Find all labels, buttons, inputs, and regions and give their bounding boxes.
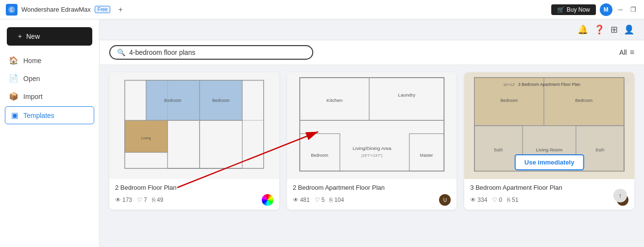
copy-icon-3: ⎘	[507, 197, 510, 203]
copies-stat-2: ⎘ 104	[329, 197, 344, 203]
app-name: Wondershare EdrawMax	[21, 6, 91, 13]
sidebar-item-home[interactable]: 🏠 Home	[0, 51, 99, 69]
user-settings-icon[interactable]: 👤	[624, 24, 634, 35]
likes-stat-2: ♡ 5	[315, 197, 325, 203]
heart-stat-icon: ♡	[137, 197, 142, 203]
svg-text:Bedroom: Bedroom	[164, 98, 182, 103]
sidebar-templates-label: Templates	[23, 112, 54, 119]
main-layout: ＋ New 🏠 Home 📄 Open 📦 Import ▣ Templates…	[0, 19, 644, 247]
likes-count: 7	[144, 197, 147, 203]
buy-now-button[interactable]: 🛒 Buy Now	[551, 4, 596, 15]
eye-icon: 👁	[115, 197, 121, 203]
svg-text:Bath: Bath	[596, 148, 605, 152]
card-1-image: Bedroom Bedroom Living	[109, 72, 279, 179]
user-avatar[interactable]: M	[600, 3, 612, 16]
sidebar-item-open[interactable]: 📄 Open	[0, 69, 99, 87]
search-input[interactable]	[129, 49, 305, 56]
wishlist-heart-icon[interactable]: ♡	[623, 77, 629, 86]
svg-text:Laundry: Laundry	[398, 92, 415, 98]
home-icon: 🏠	[9, 56, 18, 65]
open-icon: 📄	[9, 74, 18, 83]
card-2-stats: 👁 481 ♡ 5 ⎘ 104	[293, 194, 451, 206]
card-1-title: 2 Bedroom Floor Plan	[115, 184, 273, 191]
card-2-avatar: U	[439, 194, 451, 206]
svg-text:Bedroom: Bedroom	[311, 153, 328, 158]
title-bar-right: 🛒 Buy Now M ─ ❐	[551, 3, 638, 16]
copies-count-3: 51	[512, 197, 518, 203]
copies-count: 49	[157, 197, 163, 203]
restore-button[interactable]: ❐	[628, 6, 638, 13]
likes-count-2: 5	[322, 197, 325, 203]
card-3-image: Bedroom Bedroom Living Room Bath Bath 10…	[464, 72, 634, 179]
card-1-body: 2 Bedroom Floor Plan 👁 173 ♡ 7	[109, 179, 279, 210]
color-dot	[262, 194, 273, 206]
views-count-2: 481	[300, 197, 310, 203]
use-immediately-button[interactable]: Use immediately	[515, 154, 584, 170]
filter-icon[interactable]: ≡	[630, 48, 634, 57]
card-1[interactable]: Bedroom Bedroom Living 2 Bedroom Floor P…	[109, 72, 279, 210]
avatar-2: U	[439, 194, 451, 206]
top-bar: 🔔 ❓ ⊞ 👤	[100, 19, 644, 40]
free-badge: Free	[95, 6, 111, 13]
new-button[interactable]: ＋ New	[7, 27, 92, 46]
likes-stat: ♡ 7	[137, 197, 147, 203]
svg-text:E: E	[10, 7, 14, 13]
svg-text:Living: Living	[141, 136, 151, 140]
cards-grid: Bedroom Bedroom Living 2 Bedroom Floor P…	[109, 72, 634, 210]
likes-stat-3: ♡ 0	[492, 197, 502, 203]
likes-count-3: 0	[499, 197, 502, 203]
sidebar-home-label: Home	[23, 57, 41, 65]
svg-text:Bedroom: Bedroom	[576, 98, 593, 103]
svg-rect-7	[200, 120, 242, 168]
content-area: 🔔 ❓ ⊞ 👤 🔍 All ≡	[100, 19, 644, 247]
help-icon[interactable]: ❓	[594, 24, 605, 35]
minimize-button[interactable]: ─	[616, 6, 625, 13]
card-3[interactable]: Bedroom Bedroom Living Room Bath Bath 10…	[464, 72, 634, 210]
card-2-body: 2 Bedroom Apartment Floor Plan 👁 481 ♡ 5	[287, 179, 457, 210]
svg-text:10'×12': 10'×12'	[503, 82, 515, 87]
svg-text:Living/Dining Area: Living/Dining Area	[353, 146, 391, 151]
eye-icon-3: 👁	[470, 197, 476, 203]
cart-icon: 🛒	[557, 6, 564, 13]
svg-text:Bedroom: Bedroom	[212, 98, 230, 103]
templates-icon: ▣	[11, 111, 18, 120]
card-1-stats: 👁 173 ♡ 7 ⎘ 49	[115, 194, 273, 206]
search-bar: 🔍 All ≡	[100, 40, 644, 65]
svg-text:Living Room: Living Room	[536, 147, 563, 152]
add-tab-button[interactable]: +	[118, 5, 122, 14]
svg-text:Bath: Bath	[494, 148, 503, 152]
grid-icon[interactable]: ⊞	[610, 24, 618, 35]
views-stat-3: 👁 334	[470, 197, 487, 203]
scroll-top-button[interactable]: ↑	[613, 189, 627, 202]
title-bar-left: E Wondershare EdrawMax Free +	[6, 4, 123, 16]
copies-count-2: 104	[334, 197, 344, 203]
buy-now-label: Buy Now	[567, 6, 590, 13]
svg-text:Master: Master	[420, 153, 433, 158]
search-icon: 🔍	[117, 49, 125, 56]
cards-area: Bedroom Bedroom Living 2 Bedroom Floor P…	[100, 65, 644, 247]
card-2-title: 2 Bedroom Apartment Floor Plan	[293, 184, 451, 191]
heart-icon-3: ♡	[492, 197, 497, 203]
sidebar-open-label: Open	[23, 75, 40, 82]
svg-text:Kitchen: Kitchen	[326, 98, 342, 103]
sidebar-import-label: Import	[23, 93, 43, 100]
views-count: 173	[122, 197, 132, 203]
card-3-title: 3 Bedroom Apartment Floor Plan	[470, 184, 628, 191]
import-icon: 📦	[9, 92, 18, 101]
search-wrapper: 🔍	[109, 45, 313, 60]
card-3-stats: 👁 334 ♡ 0 ⎘ 51	[470, 194, 628, 206]
copy-icon-2: ⎘	[329, 197, 333, 203]
views-stat-2: 👁 481	[293, 197, 310, 203]
svg-text:Bedroom: Bedroom	[501, 98, 518, 103]
svg-rect-6	[168, 120, 200, 168]
sidebar-item-templates[interactable]: ▣ Templates	[5, 106, 94, 124]
filter-label: All	[619, 49, 627, 56]
bell-icon[interactable]: 🔔	[577, 24, 588, 35]
sidebar: ＋ New 🏠 Home 📄 Open 📦 Import ▣ Templates	[0, 19, 100, 247]
card-2-image: Kitchen Laundry Living/Dining Area (15'7…	[287, 72, 457, 179]
card-2[interactable]: Kitchen Laundry Living/Dining Area (15'7…	[287, 72, 457, 210]
plus-icon: ＋	[17, 32, 23, 41]
svg-text:3 Bedroom Apartment Floor Plan: 3 Bedroom Apartment Floor Plan	[518, 82, 580, 87]
sidebar-item-import[interactable]: 📦 Import	[0, 87, 99, 105]
copy-icon: ⎘	[152, 197, 155, 203]
